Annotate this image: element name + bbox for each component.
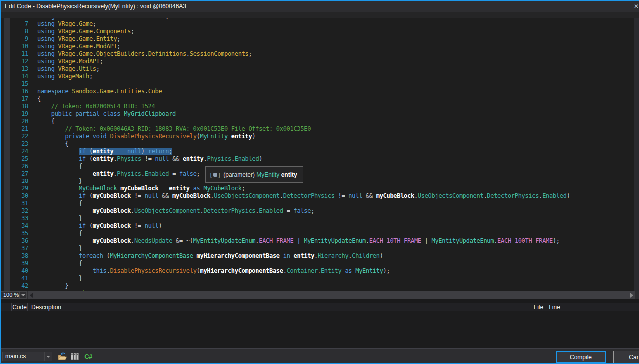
code-line[interactable]: 19 public partial class MyGridClipboard xyxy=(1,110,634,118)
editor-top-clip xyxy=(1,12,639,18)
code-line[interactable]: 14using VRageMath; xyxy=(1,73,634,80)
column-file[interactable]: File xyxy=(531,303,546,311)
code-token: ) xyxy=(158,222,162,229)
code-line[interactable]: 20 { xyxy=(1,118,634,125)
code-line[interactable]: 32 myCubeBlock.UseObjectsComponent.Detec… xyxy=(1,207,634,215)
code-token: != xyxy=(131,222,145,229)
zoom-level-select[interactable]: 100 % xyxy=(1,291,20,299)
code-line[interactable]: 33 } xyxy=(1,215,634,222)
code-line[interactable]: 25 if (entity.Physics != null && entity.… xyxy=(1,155,634,163)
add-document-button[interactable] xyxy=(57,351,68,361)
column-icon[interactable] xyxy=(1,303,12,311)
code-token: MyCubeBlock xyxy=(203,185,241,192)
code-token: . xyxy=(231,155,235,162)
code-line[interactable]: 7using VRage.Game; xyxy=(1,20,634,28)
code-token: } xyxy=(79,245,82,252)
code-token: // Token: xyxy=(65,290,96,291)
code-line[interactable]: 10using VRage.Game.ModAPI; xyxy=(1,43,634,50)
code-line[interactable]: 22 private void DisablePhysicsRecursivel… xyxy=(1,133,634,140)
column-filler xyxy=(563,303,639,311)
code-token: Container xyxy=(287,267,318,274)
code-token: entity xyxy=(93,148,114,155)
code-token: null xyxy=(145,222,159,229)
code-token: . xyxy=(283,267,287,274)
cancel-button[interactable]: Cancel xyxy=(613,351,639,363)
add-assembly-reference-button[interactable] xyxy=(69,351,80,361)
code-token: Hierarchy xyxy=(318,252,348,259)
code-line[interactable]: 30 if (myCubeBlock != null && myCubeBloc… xyxy=(1,192,634,200)
vertical-scrollbar[interactable] xyxy=(634,12,639,291)
code-line[interactable]: 29 MyCubeBlock myCubeBlock = entity as M… xyxy=(1,185,634,192)
code-line[interactable]: 18 // Token: 0x020005F4 RID: 1524 xyxy=(1,103,634,110)
code-line[interactable]: 35 { xyxy=(1,230,634,237)
code-line[interactable]: 26 { xyxy=(1,163,634,170)
books-icon xyxy=(70,352,79,361)
code-editor[interactable]: 6using Sandbox.Game.Entities.Character; … xyxy=(1,12,639,291)
code-lines[interactable]: 7using VRage.Game;8using VRage.Game.Comp… xyxy=(1,20,634,290)
code-line[interactable]: 39 { xyxy=(1,260,634,267)
code-token: Game xyxy=(79,35,93,42)
code-token: null xyxy=(348,192,362,199)
code-token: // Token: 0x020005F4 RID: 1524 xyxy=(51,103,155,110)
code-token: . xyxy=(131,237,134,244)
code-token: MyEntity xyxy=(355,267,383,274)
zoom-dropdown-button[interactable] xyxy=(20,291,27,299)
code-line[interactable]: 36 myCubeBlock.NeedsUpdate &= ~(MyEntity… xyxy=(1,237,634,245)
code-token: ( xyxy=(86,192,93,199)
code-token: ; xyxy=(117,35,120,42)
horizontal-scrollbar[interactable] xyxy=(28,291,635,299)
code-line[interactable]: 16namespace Sandbox.Game.Entities.Cube xyxy=(1,88,634,95)
code-token: public partial class xyxy=(51,110,124,117)
code-token: . xyxy=(366,237,369,244)
code-token: . xyxy=(186,50,190,57)
compile-button[interactable]: Compile xyxy=(556,351,606,363)
code-token: ; xyxy=(248,50,252,57)
code-line[interactable]: 8using VRage.Game.Components; xyxy=(1,28,634,35)
code-line[interactable]: 28 } xyxy=(1,178,634,185)
code-line[interactable]: 27 entity.Physics.Enabled = false; xyxy=(1,170,634,178)
code-token: . xyxy=(280,192,283,199)
code-line[interactable]: 9using VRage.Game.Entity; xyxy=(1,35,634,43)
code-line[interactable]: 31 { xyxy=(1,200,634,207)
close-button[interactable]: ✕ xyxy=(634,2,639,11)
code-token: myCubeBlock xyxy=(376,192,414,199)
code-line[interactable]: 21 // Token: 0x060046A3 RID: 18083 RVA: … xyxy=(1,125,634,133)
code-line[interactable]: 38 foreach (MyHierarchyComponentBase myH… xyxy=(1,252,634,260)
code-line[interactable]: 15 xyxy=(1,80,634,88)
code-line[interactable]: 23 { xyxy=(1,140,634,148)
code-line[interactable]: 42 } xyxy=(1,282,634,290)
column-description[interactable]: Description xyxy=(28,303,531,311)
code-token: != xyxy=(141,155,155,162)
scroll-right-icon[interactable] xyxy=(630,293,633,298)
file-select[interactable]: main.cs xyxy=(2,352,52,361)
code-line[interactable]: 34 if (myCubeBlock != null) xyxy=(1,222,634,230)
code-line[interactable]: 24 if (entity == null) return; xyxy=(1,148,634,155)
scroll-left-icon[interactable] xyxy=(30,293,33,298)
code-token: myCubeBlock xyxy=(93,192,131,199)
file-select-arrow[interactable] xyxy=(44,352,52,361)
code-line[interactable]: 12using VRage.ModAPI; xyxy=(1,58,634,65)
code-token: Entity xyxy=(96,35,117,42)
code-line[interactable]: 13using VRage.Utils; xyxy=(1,65,634,73)
column-line[interactable]: Line xyxy=(546,303,563,311)
line-number: 10 xyxy=(1,43,28,50)
code-token: Children xyxy=(352,252,379,259)
code-token: != xyxy=(131,192,145,199)
line-number: 16 xyxy=(1,88,28,95)
code-line[interactable]: 43 // Token: xyxy=(1,290,634,291)
code-line[interactable]: 40 this.DisablePhysicsRecursively(myHier… xyxy=(1,267,634,275)
code-line[interactable]: 11using VRage.Game.ObjectBuilders.Defini… xyxy=(1,50,634,58)
code-token: SessionComponents xyxy=(190,50,249,57)
code-token: myCubeBlock xyxy=(172,192,210,199)
line-number: 13 xyxy=(1,65,28,73)
code-token: Game xyxy=(79,20,93,27)
code-token: as xyxy=(193,185,200,192)
titlebar[interactable]: Edit Code - DisablePhysicsRecursively(My… xyxy=(1,1,639,12)
code-token: myCubeBlock xyxy=(120,185,158,192)
dialog-bottom-bar: main.cs C# Compile Can xyxy=(1,348,639,364)
column-code[interactable]: Code xyxy=(12,303,28,311)
code-token xyxy=(228,133,231,140)
code-line[interactable]: 41 } xyxy=(1,275,634,282)
code-line[interactable]: 37 } xyxy=(1,245,634,252)
code-line[interactable]: 17{ xyxy=(1,95,634,103)
